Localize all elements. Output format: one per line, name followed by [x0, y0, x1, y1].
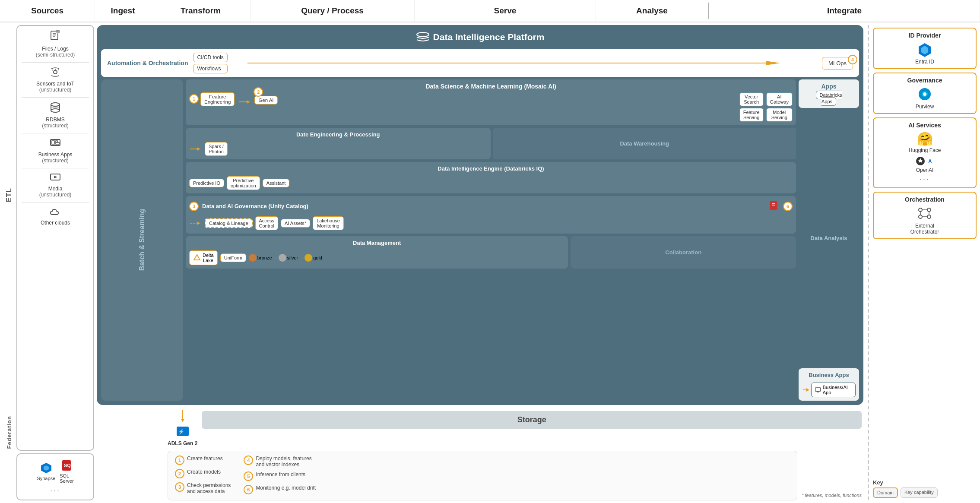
- synapse-sql-row: Synapse SQL SQLServer: [37, 459, 73, 484]
- entra-item: Entra ID: [877, 41, 972, 65]
- source-sensors: Sensors and IoT(unstructured): [22, 67, 89, 93]
- gov-title: Data and AI Governance (Unity Catalog): [202, 203, 308, 209]
- svg-point-52: [919, 208, 922, 212]
- source-files: 01 Files / Logs(semi-structured): [22, 30, 89, 58]
- dashed-separator: [868, 25, 869, 500]
- legend-text-5: Inference from clients: [256, 471, 305, 478]
- legend-num-1: 1: [175, 456, 184, 465]
- gold-label: gold: [313, 255, 322, 260]
- source-clouds: Other clouds: [22, 207, 89, 226]
- bizapps-icon: [50, 138, 61, 151]
- legend-4: 4 Deploy models, featuresand vector inde…: [244, 456, 316, 468]
- delta-icon: [193, 254, 201, 262]
- right-col: ID Provider Entra ID Governance: [873, 25, 977, 500]
- note-text: * features, models, functions: [802, 493, 862, 498]
- biz-ai-label: Business/AI App: [823, 385, 852, 395]
- key-section: Key Domain Key capability: [873, 479, 977, 498]
- arrow-icon: [238, 98, 251, 105]
- medallion-row: bronze → silver → gold: [249, 254, 322, 262]
- svg-point-8: [51, 103, 60, 106]
- legend-text-2: Create models: [187, 469, 221, 475]
- ai-services-title: AI Services: [877, 122, 972, 129]
- header-row: Sources Ingest Transform Query / Process…: [0, 0, 980, 22]
- id-provider-title: ID Provider: [877, 32, 972, 39]
- purview-item: Purview: [877, 86, 972, 110]
- ai-assets-box: AI Assets*: [281, 219, 310, 228]
- svg-rect-31: [770, 201, 777, 210]
- openai-label: OpenAI: [916, 167, 934, 173]
- lakehouse-monitoring-box: Lakehouse Monitoring: [313, 216, 344, 230]
- purview-label: Purview: [916, 104, 934, 110]
- dm-content: Delta Lake UniForm bronze →: [189, 250, 565, 265]
- svg-rect-15: [52, 141, 54, 144]
- ai-gateway-box: AI Gateway: [766, 92, 793, 106]
- assistant-box: Assistant: [263, 179, 290, 187]
- serve-boxes: Vector Search Feature Serving AI Gateway…: [739, 92, 793, 122]
- legend-num-2: 2: [175, 469, 184, 478]
- uniform-box: UniForm: [220, 253, 246, 262]
- genai-box: Gen AI: [254, 96, 277, 104]
- key-boxes: Domain Key capability: [873, 487, 938, 498]
- adls-arrow-row: [179, 409, 186, 422]
- die-content: Predictive IO Predictive optimization As…: [189, 176, 793, 190]
- data-analysis-label: Data Analysis: [811, 235, 847, 241]
- data-analysis-wrapper: Data Analysis: [799, 111, 859, 366]
- page-wrapper: Sources Ingest Transform Query / Process…: [0, 0, 980, 503]
- hugging-face-label: Hugging Face: [909, 147, 941, 153]
- main-sections: Data Science & Machine Learning (Mosaic …: [186, 79, 796, 401]
- feature-eng-group: 1 Feature Engineering: [189, 92, 235, 106]
- num-circle-4: 4: [848, 55, 857, 64]
- model-serving-box: Model Serving: [766, 108, 793, 122]
- biz-section: Business Apps Business/AI App: [799, 368, 859, 401]
- sensors-icon: [49, 67, 61, 80]
- platform-title: Data Intelligence Platform: [433, 32, 545, 42]
- legend-key-row: 1 Create features 2 Create models 3 Chec…: [97, 451, 863, 500]
- gov-section: 3 Data and AI Governance (Unity Catalog): [186, 196, 796, 234]
- header-sources: Sources: [0, 0, 95, 22]
- automation-title: Automation & Orchestration: [107, 60, 188, 66]
- dm-collab-row: Data Management Delta Lake: [186, 236, 796, 269]
- svg-text:A: A: [928, 158, 932, 165]
- batch-label: Batch & Streaming: [138, 209, 146, 271]
- svg-rect-39: [815, 388, 821, 391]
- svg-point-49: [923, 92, 926, 96]
- sqlserver-label: SQLServer: [60, 473, 73, 484]
- svg-marker-19: [54, 176, 57, 178]
- gov-header: 3 Data and AI Governance (Unity Catalog): [189, 199, 793, 213]
- num-circle-1: 1: [189, 94, 199, 104]
- orchestration-section: Orchestration ExternalOrchestrator: [873, 192, 977, 239]
- adls-box: ⚡ ADLS Gen 2: [168, 424, 197, 446]
- openai-item: A OpenAI: [877, 156, 972, 173]
- gov-arrow: [189, 220, 202, 227]
- header-transform: Transform: [151, 0, 251, 22]
- synapse-label: Synapse: [37, 476, 55, 481]
- workflow-arrow: [233, 57, 817, 70]
- arrow1: →: [273, 255, 278, 260]
- key-cap-box: Key capability: [901, 487, 938, 498]
- federation-box: Synapse SQL SQLServer ···: [16, 453, 94, 500]
- header-analyse: Analyse: [596, 0, 708, 22]
- ai-services-more: ···: [877, 175, 972, 184]
- delta-lake-box: Delta Lake: [189, 250, 218, 265]
- adls-down-arrow: [179, 409, 186, 422]
- source-files-label: Files / Logs(semi-structured): [36, 46, 75, 58]
- body-row: ETL Federation: [0, 22, 980, 503]
- num-circle-2: 2: [254, 87, 263, 97]
- source-media: Media(unstructured): [22, 173, 89, 198]
- dw-title: Data Warehousing: [620, 140, 669, 147]
- dsml-section: Data Science & Machine Learning (Mosaic …: [186, 79, 796, 125]
- header-integrate: Integrate: [709, 0, 980, 22]
- batch-section: Batch & Streaming: [101, 79, 183, 401]
- cicd-workflows: CI/CD tools Workflows: [193, 53, 227, 73]
- adls-icon: ⚡: [175, 424, 190, 440]
- source-rdbms-label: RDBMS(structured): [42, 117, 68, 129]
- legend-num-6: 6: [244, 485, 253, 494]
- genai-group: 2 Gen AI: [254, 92, 277, 104]
- silver-label: silver: [287, 255, 298, 260]
- legend-text-6: Monitoring e.g. model drift: [256, 485, 316, 491]
- book-icon: [768, 199, 780, 212]
- source-bizapps: Business Apps(structured): [22, 138, 89, 164]
- etl-label-wrapper: ETL: [3, 25, 15, 364]
- platform-header: Data Intelligence Platform: [101, 29, 859, 47]
- dm-section: Data Management Delta Lake: [186, 236, 568, 269]
